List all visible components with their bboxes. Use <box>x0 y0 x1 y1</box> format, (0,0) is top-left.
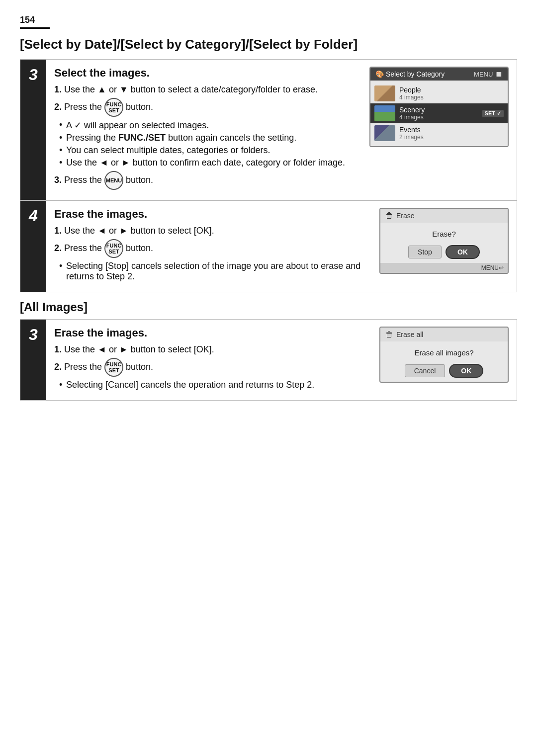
func-set-button-icon-2: FUNCSET <box>104 239 123 258</box>
ok-button[interactable]: OK <box>446 245 480 259</box>
step-4-text: Erase the images. 1. Use the ◄ or ► butt… <box>54 208 369 285</box>
cam-label-events: Events 2 images <box>399 126 504 141</box>
step-3-all-instruction-2: 2. Press the FUNCSET button. <box>54 358 369 377</box>
cam-label-scenery: Scenery 4 images <box>399 106 478 121</box>
step-3-bullet-4: Use the ◄ or ► button to confirm each da… <box>59 158 359 168</box>
step-4-bullets: Selecting [Stop] cancels selection of th… <box>54 261 369 282</box>
cancel-button[interactable]: Cancel <box>405 364 446 377</box>
main-section-title: [Select by Date]/[Select by Category]/[S… <box>20 37 517 52</box>
arrow-down-icon: ▼ <box>119 84 128 94</box>
step-3-all-images-row: 3 Erase the images. 1. Use the ◄ or ► bu… <box>20 319 517 401</box>
erase-question-text: Erase? <box>385 230 503 238</box>
arrow-left-icon: ◄ <box>99 158 108 168</box>
step-4-bullet-1: Selecting [Stop] cancels selection of th… <box>59 261 369 282</box>
ok-button-2[interactable]: OK <box>449 364 483 378</box>
step-3-all-instructions: 1. Use the ◄ or ► button to select [OK].… <box>54 344 369 377</box>
set-badge: SET ✓ <box>482 110 504 117</box>
step-4-number: 4 <box>20 201 46 292</box>
arrow-right-icon-3: ► <box>119 344 128 354</box>
cam-category-icon: 🎨 Select by Category <box>375 70 445 78</box>
arrow-up-icon: ▲ <box>97 84 106 94</box>
func-set-button-icon-3: FUNCSET <box>104 358 123 377</box>
cam-ui-title: 🎨 Select by Category MENU 🔲 <box>370 68 508 81</box>
cam-thumb-scenery <box>374 105 395 121</box>
step-4-instructions: 1. Use the ◄ or ► button to select [OK].… <box>54 226 369 258</box>
arrow-left-icon-3: ◄ <box>97 344 106 354</box>
step-3-bullet-3: You can select multiple dates, categorie… <box>59 145 359 156</box>
cam-thumb-events <box>374 125 395 141</box>
step-3-all-text: Erase the images. 1. Use the ◄ or ► butt… <box>54 327 369 393</box>
arrow-right-icon-2: ► <box>119 226 128 236</box>
erase-menu-bar: MENU↩ <box>380 263 508 273</box>
step-3-instruction-3-list: 3. Press the MENU button. <box>54 171 359 190</box>
cam-people-name: People <box>399 86 504 94</box>
all-images-title: [All Images] <box>20 300 517 314</box>
step-3-bullet-2: Pressing the FUNC./SET button again canc… <box>59 133 359 143</box>
cam-scenery-name: Scenery <box>399 106 478 114</box>
erase-all-question-text: Erase all images? <box>385 348 503 357</box>
menu-button-icon: MENU <box>104 171 123 190</box>
erase-all-title-text: Erase all <box>396 331 423 338</box>
step-3-all-bullets: Selecting [Cancel] cancels the operation… <box>54 380 369 390</box>
erase-all-dialog-body: Erase all images? Cancel OK <box>380 341 508 382</box>
step-3-all-number: 3 <box>20 320 46 400</box>
trash-icon: 🗑 <box>385 211 393 220</box>
step-3-bullet-1: A ✓ will appear on selected images. <box>59 120 359 131</box>
step-3-text: Select the images. 1. Use the ▲ or ▼ but… <box>54 67 359 193</box>
step-3-select-row: 3 Select the images. 1. Use the ▲ or ▼ b… <box>20 59 517 200</box>
arrow-right-icon: ► <box>121 158 130 168</box>
step-3-heading: Select the images. <box>54 67 359 80</box>
step-3-all-bullet-1: Selecting [Cancel] cancels the operation… <box>59 380 369 390</box>
step-3-instructions: 1. Use the ▲ or ▼ button to select a dat… <box>54 84 359 117</box>
step-4-erase-row: 4 Erase the images. 1. Use the ◄ or ► bu… <box>20 200 517 292</box>
cam-row-events: Events 2 images <box>370 123 508 143</box>
trash-icon-2: 🗑 <box>385 330 393 339</box>
arrow-left-icon-2: ◄ <box>97 226 106 236</box>
cam-ui-body: People 4 images Scenery 4 images SET ✓ <box>370 81 508 146</box>
erase-all-dialog-ui: 🗑 Erase all Erase all images? Cancel OK <box>379 327 509 383</box>
step-3-number: 3 <box>20 60 46 200</box>
step-3-content: Select the images. 1. Use the ▲ or ▼ but… <box>46 60 517 200</box>
cam-people-count: 4 images <box>399 94 504 101</box>
erase-title-text: Erase <box>396 212 415 220</box>
step-4-instruction-2: 2. Press the FUNCSET button. <box>54 239 369 258</box>
stop-button[interactable]: Stop <box>408 246 442 258</box>
cam-label-people: People 4 images <box>399 86 504 101</box>
erase-dialog-title: 🗑 Erase <box>380 209 508 223</box>
erase-all-dialog-title: 🗑 Erase all <box>380 328 508 341</box>
step-3-all-content: Erase the images. 1. Use the ◄ or ► butt… <box>46 320 517 400</box>
cam-thumb-people <box>374 85 395 101</box>
erase-all-dialog-buttons: Cancel OK <box>385 364 503 378</box>
step-3-all-heading: Erase the images. <box>54 327 369 339</box>
step-4-heading: Erase the images. <box>54 208 369 221</box>
erase-dialog-ui: 🗑 Erase Erase? Stop OK MENU↩ <box>379 208 509 274</box>
select-by-category-ui: 🎨 Select by Category MENU 🔲 People 4 ima… <box>369 67 509 147</box>
step-3-bullets: A ✓ will appear on selected images. Pres… <box>54 120 359 168</box>
cam-events-name: Events <box>399 126 504 134</box>
func-set-button-icon: FUNCSET <box>104 98 123 117</box>
menu-grid-icon: MENU 🔲 <box>474 71 503 78</box>
step-3-all-instruction-1: 1. Use the ◄ or ► button to select [OK]. <box>54 344 369 355</box>
cam-row-people: People 4 images <box>370 84 508 103</box>
cam-scenery-count: 4 images <box>399 114 478 121</box>
step-4-instruction-1: 1. Use the ◄ or ► button to select [OK]. <box>54 226 369 236</box>
step-4-content: Erase the images. 1. Use the ◄ or ► butt… <box>46 201 517 292</box>
erase-dialog-buttons: Stop OK <box>385 245 503 259</box>
cam-row-scenery: Scenery 4 images SET ✓ <box>370 103 508 123</box>
page-number: 154 <box>20 15 50 29</box>
step-3-instruction-1: 1. Use the ▲ or ▼ button to select a dat… <box>54 84 359 95</box>
erase-dialog-body: Erase? Stop OK <box>380 223 508 263</box>
cam-events-count: 2 images <box>399 134 504 141</box>
step-3-instruction-3: 3. Press the MENU button. <box>54 171 359 190</box>
step-3-instruction-2: 2. Press the FUNCSET button. <box>54 98 359 117</box>
